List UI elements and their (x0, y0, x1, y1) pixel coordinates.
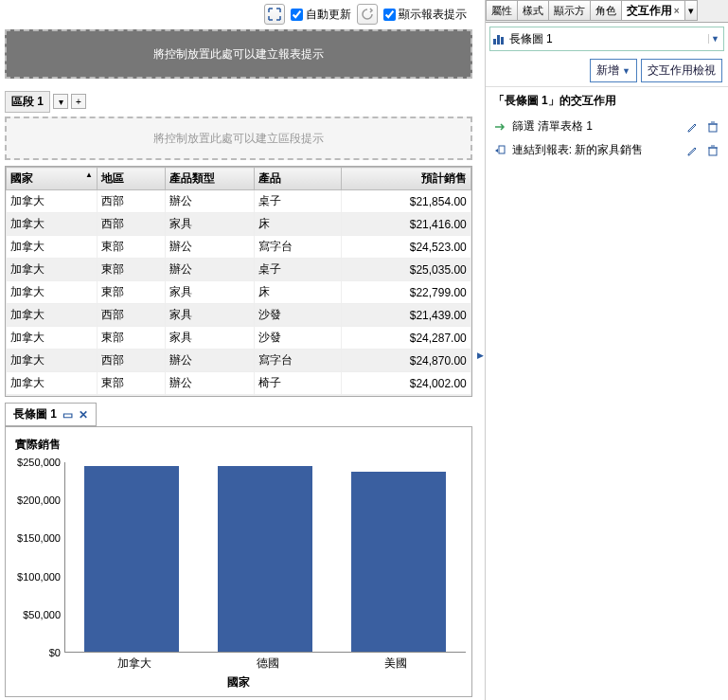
x-tick-label: 德國 (257, 655, 279, 672)
table-cell: $24,523.00 (342, 236, 471, 259)
tab-properties[interactable]: 屬性 (486, 0, 518, 21)
table-row[interactable]: 加拿大西部辦公椅子$22,794.00 (7, 395, 471, 397)
table-row[interactable]: 加拿大東部辦公寫字台$24,523.00 (7, 236, 471, 259)
table-cell: $24,870.00 (342, 350, 471, 372)
tab-roles[interactable]: 角色 (590, 0, 622, 21)
table-row[interactable]: 加拿大東部家具沙發$24,287.00 (7, 327, 471, 350)
y-tick-label: $250,000 (17, 457, 61, 468)
table-cell: 寫字台 (255, 350, 342, 372)
tab-interactions[interactable]: 交互作用 × (621, 0, 685, 21)
chart-tab-label: 長條圖 1 (13, 406, 57, 422)
chart-x-title: 國家 (11, 674, 466, 691)
chart-plot (64, 462, 466, 653)
table-cell: 椅子 (255, 372, 342, 395)
y-axis: $0$50,000$100,000$150,000$200,000$250,00… (11, 462, 62, 653)
table-cell: 辦公 (166, 259, 255, 281)
chevron-down-icon[interactable]: ▼ (708, 34, 721, 44)
x-axis-labels: 加拿大德國美國 (64, 655, 460, 672)
interaction-label: 連結到報表: 新的家具銷售 (512, 142, 679, 158)
table-row[interactable]: 加拿大東部家具床$22,799.00 (7, 281, 471, 304)
chart-area: $0$50,000$100,000$150,000$200,000$250,00… (11, 457, 466, 691)
auto-refresh-label: 自動更新 (306, 7, 351, 23)
section-tab[interactable]: 區段 1 (5, 91, 50, 113)
chart-bar[interactable] (84, 466, 179, 652)
show-prompt-label: 顯示報表提示 (399, 7, 467, 23)
add-interaction-button[interactable]: 新增▼ (590, 59, 637, 82)
section-add-button[interactable]: + (71, 94, 86, 109)
table-cell: 桌子 (255, 190, 342, 213)
table-cell: 沙發 (255, 304, 342, 327)
svg-rect-3 (709, 124, 717, 132)
col-country[interactable]: 國家▲ (7, 168, 98, 190)
section-prompt-dropzone[interactable]: 將控制放置此處可以建立區段提示 (5, 117, 472, 160)
close-icon[interactable]: ✕ (79, 408, 88, 422)
section-prompt-text: 將控制放置此處可以建立區段提示 (153, 131, 324, 147)
tab-close-icon[interactable]: × (674, 6, 680, 16)
delete-icon[interactable] (705, 119, 720, 135)
col-product[interactable]: 產品 (255, 168, 342, 190)
right-tabbar: 屬性 樣式 顯示方 角色 交互作用 × ▾ (486, 0, 728, 23)
edit-icon[interactable] (684, 143, 700, 158)
splitter-handle[interactable] (477, 0, 485, 700)
y-tick-label: $100,000 (17, 571, 61, 583)
table-cell: 辦公 (166, 395, 255, 397)
svg-rect-2 (501, 37, 504, 45)
table-cell: $21,439.00 (342, 304, 471, 327)
sort-asc-icon: ▲ (85, 171, 93, 179)
tab-display[interactable]: 顯示方 (548, 0, 591, 21)
table-cell: 西部 (98, 190, 166, 213)
table-row[interactable]: 加拿大西部辦公桌子$21,854.00 (7, 190, 471, 213)
y-tick-label: $200,000 (17, 494, 61, 506)
table-row[interactable]: 加拿大西部家具床$21,416.00 (7, 213, 471, 236)
chevron-down-icon: ▼ (622, 66, 630, 76)
report-prompt-dropzone[interactable]: 將控制放置此處可以建立報表提示 (5, 29, 472, 79)
table-row[interactable]: 加拿大東部辦公椅子$24,002.00 (7, 372, 471, 395)
interaction-label: 篩選 清單表格 1 (512, 118, 679, 135)
table-cell: 加拿大 (7, 259, 98, 281)
table-cell: $22,799.00 (342, 281, 471, 304)
table-cell: $24,287.00 (342, 327, 471, 350)
table-row[interactable]: 加拿大西部家具沙發$21,439.00 (7, 304, 471, 327)
refresh-button[interactable] (357, 4, 378, 25)
col-type[interactable]: 產品類型 (166, 168, 255, 190)
table-cell: 家具 (166, 327, 255, 350)
interaction-view-button[interactable]: 交互作用檢視 (641, 59, 722, 82)
table-cell: 西部 (98, 350, 166, 372)
maximize-icon[interactable]: ▭ (62, 408, 73, 422)
delete-icon[interactable] (705, 143, 720, 158)
chart-bar[interactable] (218, 466, 312, 652)
fullscreen-button[interactable] (264, 4, 285, 25)
table-cell: 加拿大 (7, 350, 98, 372)
table-cell: $22,794.00 (342, 395, 471, 397)
table-cell: 東部 (98, 327, 166, 350)
y-tick-label: $150,000 (17, 532, 61, 544)
chart-tab[interactable]: 長條圖 1 ▭ ✕ (5, 403, 97, 426)
table-cell: $21,416.00 (342, 213, 471, 236)
svg-rect-5 (709, 148, 717, 155)
tab-style[interactable]: 樣式 (517, 0, 549, 21)
table-cell: 加拿大 (7, 190, 98, 213)
table-row[interactable]: 加拿大西部辦公寫字台$24,870.00 (7, 350, 471, 372)
section-dropdown-icon[interactable]: ▾ (53, 94, 68, 109)
interaction-item[interactable]: 篩選 清單表格 1 (486, 115, 728, 138)
tab-overflow-icon[interactable]: ▾ (684, 0, 698, 21)
interaction-item[interactable]: 連結到報表: 新的家具銷售 (486, 138, 728, 162)
auto-refresh-checkbox[interactable]: 自動更新 (291, 7, 351, 23)
show-prompt-checkbox[interactable]: 顯示報表提示 (383, 7, 467, 23)
interactions-section-title: 「長條圖 1」的交互作用 (486, 86, 728, 115)
edit-icon[interactable] (684, 119, 700, 135)
section-tab-label: 區段 1 (11, 95, 44, 108)
svg-rect-4 (499, 146, 505, 153)
table-cell: 東部 (98, 281, 166, 304)
filter-icon (493, 120, 506, 134)
table-row[interactable]: 加拿大東部辦公桌子$25,035.00 (7, 259, 471, 281)
table-cell: 沙發 (255, 327, 342, 350)
table-cell: 東部 (98, 372, 166, 395)
col-forecast[interactable]: 預計銷售 (342, 168, 471, 190)
table-cell: 東部 (98, 259, 166, 281)
object-selector[interactable]: 長條圖 1 ▼ (489, 27, 724, 51)
col-region[interactable]: 地區 (98, 168, 166, 190)
table-cell: 西部 (98, 395, 166, 397)
table-cell: 辦公 (166, 190, 255, 213)
chart-bar[interactable] (351, 472, 446, 652)
